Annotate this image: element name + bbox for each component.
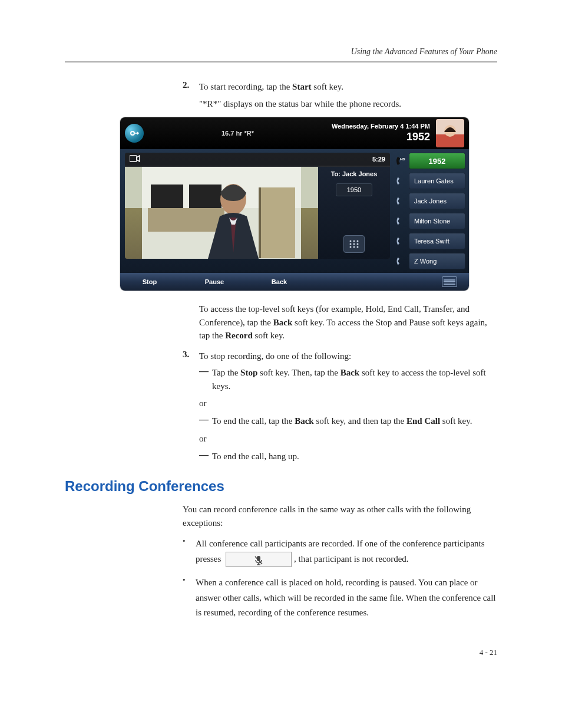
svg-point-20 <box>357 243 359 245</box>
handset-icon <box>395 196 405 206</box>
running-header: Using the Advanced Features of Your Phon… <box>65 47 497 57</box>
step-3-option-3: — To end the call, hang up. <box>199 450 497 463</box>
start-keyword: Start <box>292 82 312 91</box>
svg-point-0 <box>131 131 134 135</box>
svg-rect-10 <box>148 208 224 232</box>
svg-rect-5 <box>130 156 137 162</box>
video-frame: 5:29 <box>125 153 390 259</box>
step-3-option-1: — Tap the Stop soft key. Then, tap the B… <box>199 366 497 393</box>
date-time: Wednesday, February 4 1:44 PM <box>332 122 430 130</box>
status-right: Wednesday, February 4 1:44 PM 1952 <box>332 122 430 144</box>
option-text: Tap the Stop soft key. Then, tap the Bac… <box>212 366 497 393</box>
camera-icon <box>130 155 140 163</box>
softkey-pause[interactable]: Pause <box>197 278 232 285</box>
call-timer: 5:29 <box>372 156 385 163</box>
post-screenshot-paragraph: To access the top-level soft keys (for e… <box>199 302 497 342</box>
contact-name: Jack Jones <box>414 197 447 205</box>
page-number: 4 - 21 <box>65 648 497 657</box>
step-3-intro: To stop recording, do one of the followi… <box>199 350 351 363</box>
option-text: To end the call, hang up. <box>212 450 299 463</box>
step-3-number: 3. <box>183 350 199 363</box>
svg-rect-9 <box>189 185 222 208</box>
svg-text:HD: HD <box>400 157 405 161</box>
txt: , that participant is not recorded. <box>294 554 409 564</box>
back-keyword: Back <box>340 368 360 377</box>
speed-dial-1[interactable]: Lauren Gates <box>395 173 465 189</box>
extension-number: 1952 <box>332 130 430 144</box>
menu-icon[interactable] <box>442 276 457 287</box>
txt: soft key, and then tap the <box>314 416 406 426</box>
svg-point-19 <box>353 243 355 245</box>
svg-rect-12 <box>259 187 261 258</box>
txt: To end the call, tap the <box>212 416 295 426</box>
video-area: 5:29 <box>120 149 395 273</box>
bullet-marker: • <box>183 575 196 621</box>
hd-audio-icon: HD <box>395 156 405 166</box>
speed-dial-5[interactable]: Z Wong <box>395 253 465 269</box>
contact-name: Lauren Gates <box>414 177 454 185</box>
active-line-label: 1952 <box>409 153 465 169</box>
video-header: 5:29 <box>125 153 390 166</box>
to-number: 1950 <box>336 183 372 196</box>
video-content: To: Jack Jones 1950 <box>125 167 390 259</box>
speed-dial-2[interactable]: Jack Jones <box>395 193 465 209</box>
status-center: 16.7 hr *R* <box>144 130 332 137</box>
step-2-subtext: "*R*" displays on the status bar while t… <box>199 97 497 111</box>
softkey-bar: Stop Pause Back <box>120 273 469 291</box>
contact-name: Z Wong <box>414 258 437 265</box>
svg-rect-8 <box>151 185 183 208</box>
svg-rect-4 <box>444 137 456 147</box>
phone-screenshot: 16.7 hr *R* Wednesday, February 4 1:44 P… <box>120 117 469 291</box>
avatar <box>436 119 464 147</box>
line-key-active[interactable]: HD 1952 <box>395 153 465 169</box>
step-3-option-2: — To end the call, tap the Back soft key… <box>199 414 497 428</box>
speed-dial-4[interactable]: Teresa Swift <box>395 233 465 249</box>
softkey-stop[interactable]: Stop <box>132 278 167 285</box>
back-keyword: Back <box>295 416 314 426</box>
back-keyword: Back <box>273 318 293 327</box>
step-2-text: To start recording, tap the Start soft k… <box>199 80 343 94</box>
end-call-keyword: End Call <box>406 416 440 426</box>
svg-rect-11 <box>260 187 295 258</box>
bullet-text: All conference call participants are rec… <box>196 536 497 567</box>
svg-point-15 <box>350 241 352 242</box>
txt: soft key. <box>253 331 285 340</box>
bullet-text: When a conference call is placed on hold… <box>196 575 497 621</box>
txt: To start recording, tap the <box>199 82 292 91</box>
keypad-icon[interactable] <box>343 235 365 253</box>
call-info-panel: To: Jack Jones 1950 <box>318 167 390 259</box>
svg-point-18 <box>350 243 352 245</box>
section-heading-recording-conferences: Recording Conferences <box>65 478 497 495</box>
contact-name: Teresa Swift <box>414 238 449 245</box>
conference-intro: You can record conference calls in the s… <box>183 503 497 529</box>
or-divider: or <box>199 398 497 409</box>
svg-point-21 <box>350 246 352 248</box>
line-keys: HD 1952 Lauren Gates Jack Jones Milton S… <box>395 149 469 273</box>
txt: soft key. <box>312 82 343 91</box>
svg-point-23 <box>357 246 359 248</box>
mute-button-graphic <box>226 552 292 567</box>
dash-marker: — <box>199 414 212 428</box>
handset-icon <box>395 236 405 246</box>
svg-point-17 <box>357 241 359 242</box>
dash-marker: — <box>199 366 212 393</box>
handset-icon <box>395 176 405 186</box>
svg-point-22 <box>353 246 355 248</box>
or-divider: or <box>199 434 497 444</box>
handset-icon <box>395 216 405 226</box>
txt: soft key. <box>440 416 472 426</box>
stop-keyword: Stop <box>240 368 257 377</box>
record-keyword: Record <box>225 331 253 340</box>
screenshot-body: 5:29 <box>120 149 469 273</box>
softkey-back[interactable]: Back <box>262 278 297 285</box>
status-bar: 16.7 hr *R* Wednesday, February 4 1:44 P… <box>120 117 469 149</box>
video-feed <box>125 167 318 259</box>
svg-point-16 <box>353 241 355 242</box>
dash-marker: — <box>199 450 212 463</box>
txt: Tap the <box>212 368 240 377</box>
bullet-marker: • <box>183 536 196 567</box>
to-label: To: Jack Jones <box>331 170 378 177</box>
handset-icon <box>395 256 405 266</box>
speed-dial-3[interactable]: Milton Stone <box>395 213 465 229</box>
header-rule <box>65 61 497 62</box>
